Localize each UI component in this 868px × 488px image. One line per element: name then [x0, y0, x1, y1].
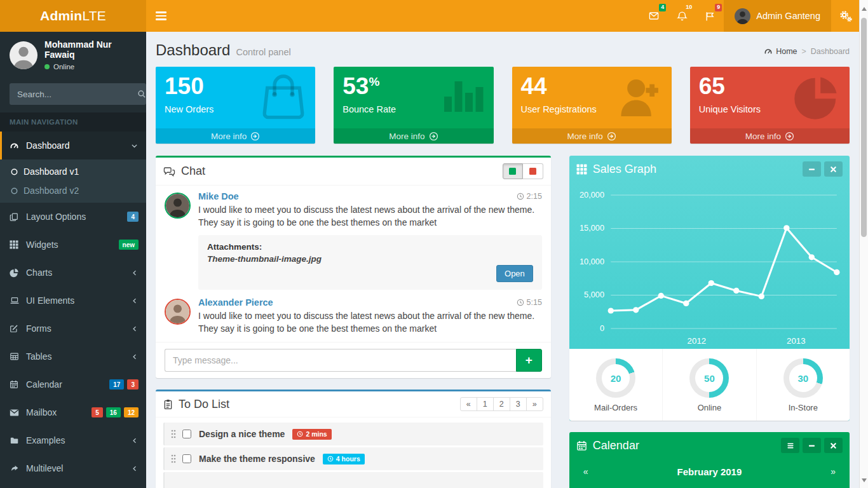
pagination-page-button[interactable]: 3: [510, 397, 527, 411]
knob-donut[interactable]: 30: [783, 358, 823, 398]
svg-text:15,000: 15,000: [580, 224, 604, 233]
clock-icon: [517, 193, 524, 200]
attachment-open-button[interactable]: Open: [496, 265, 533, 282]
collapse-button[interactable]: [803, 161, 821, 177]
chat-send-button[interactable]: +: [516, 349, 542, 372]
arrow-circle-right-icon: [250, 132, 260, 141]
edit-icon: [10, 324, 26, 333]
sidebar-item-tables[interactable]: Tables: [0, 342, 146, 370]
chat-offline-toggle-button[interactable]: [523, 163, 543, 179]
sidebar-item-multilevel[interactable]: Multilevel: [0, 454, 146, 482]
pagination-page-button[interactable]: 2: [493, 397, 510, 411]
close-button[interactable]: [824, 438, 843, 453]
scroll-down-arrow[interactable]: [860, 475, 868, 485]
chevron-left-icon: [131, 464, 139, 473]
red-square-icon: [529, 168, 536, 175]
sidebar-item-charts[interactable]: Charts: [0, 259, 146, 287]
navbar-right-menu: 4 10 9 Admin Ganteng: [640, 0, 859, 32]
more-info-link[interactable]: More info: [334, 128, 493, 144]
flag-icon: [705, 11, 715, 22]
bars-menu-button[interactable]: [781, 438, 799, 453]
scrollbar-thumb[interactable]: [861, 18, 867, 237]
more-info-link[interactable]: More info: [690, 128, 850, 144]
chat-message-author[interactable]: Alexander Pierce: [198, 297, 273, 308]
chevron-left-icon: [131, 297, 139, 305]
sidebar-search-input[interactable]: [10, 83, 137, 105]
more-info-link[interactable]: More info: [512, 128, 672, 144]
svg-text:20,000: 20,000: [580, 191, 604, 200]
sidebar-item-forms[interactable]: Forms: [0, 315, 146, 342]
chat-online-toggle-button[interactable]: [503, 163, 523, 179]
knob-donut[interactable]: 20: [596, 358, 635, 398]
sidebar-item-ui-elements[interactable]: UI Elements: [0, 287, 146, 315]
sales-box-tools: [803, 161, 843, 177]
knob-donut[interactable]: 50: [689, 358, 729, 398]
clock-icon: [297, 431, 303, 437]
sidebar-item-examples[interactable]: Examples: [0, 426, 146, 454]
chat-message-author[interactable]: Mike Doe: [198, 191, 239, 201]
sidebar-search-button[interactable]: [137, 83, 146, 105]
chat-message: Mike Doe 2:15 I would like to meet you t…: [165, 191, 542, 229]
sidebar-item-label: Dashboard v1: [24, 166, 79, 177]
sidebar-item-calendar[interactable]: Calendar 17 3: [0, 370, 146, 398]
th-icon: [576, 164, 587, 175]
user-menu-button[interactable]: Admin Ganteng: [724, 0, 831, 32]
todo-checkbox[interactable]: [182, 454, 191, 463]
sidebar-item-label: Calendar: [26, 379, 106, 390]
calendar-box: Calendar « February 2019 »: [569, 432, 850, 488]
badge: 3: [127, 379, 139, 390]
sidebar-item-label: UI Elements: [26, 295, 131, 306]
calendar-next-button[interactable]: »: [831, 466, 836, 477]
pagination-next-button[interactable]: »: [526, 397, 543, 411]
chat-message-input[interactable]: [165, 349, 516, 372]
drag-handle-icon[interactable]: [171, 430, 176, 438]
page-subtitle: Control panel: [236, 47, 290, 57]
sidebar-item-mailbox[interactable]: Mailbox 5 16 12: [0, 398, 146, 426]
sidebar-item-dashboard-v1[interactable]: Dashboard v1: [0, 162, 146, 181]
notifications-menu-button[interactable]: 10: [668, 0, 696, 32]
sidebar-item-layout-options[interactable]: Layout Options 4: [0, 203, 146, 231]
close-button[interactable]: [824, 161, 843, 177]
svg-text:0: 0: [600, 324, 604, 333]
chat-message-time: 2:15: [517, 192, 542, 201]
sidebar-item-dashboard-v2[interactable]: Dashboard v2: [0, 181, 146, 200]
vertical-scrollbar[interactable]: [859, 0, 868, 488]
attachment-heading: Attachments:: [207, 242, 533, 252]
messages-count-badge: 4: [659, 4, 666, 11]
brand-logo[interactable]: AdminLTE: [0, 0, 146, 32]
todo-box: To Do List « 1 2 3 » De: [156, 390, 551, 488]
attachment-filename: Theme-thumbnail-image.jpg: [207, 254, 533, 264]
collapse-button[interactable]: [803, 438, 821, 453]
knob-value: 20: [611, 373, 621, 384]
drag-handle-icon[interactable]: [171, 454, 176, 463]
sidebar-toggle-button[interactable]: [146, 0, 175, 32]
sidebar-item-label: Mailbox: [26, 407, 88, 417]
sidebar-item-label: Forms: [26, 323, 131, 334]
clock-icon: [517, 299, 524, 306]
breadcrumb-home-link[interactable]: Home: [764, 47, 797, 56]
table-icon: [10, 352, 26, 361]
sidebar-user-status[interactable]: Online: [44, 63, 137, 71]
todo-checkbox[interactable]: [182, 430, 191, 438]
sidebar-item-widgets[interactable]: Widgets new: [0, 231, 146, 259]
sidebar-item-dashboard[interactable]: Dashboard: [0, 132, 146, 159]
chevron-down-icon: [130, 142, 139, 150]
arrow-circle-right-icon: [607, 132, 616, 141]
gears-icon: [839, 10, 852, 22]
arrow-circle-right-icon: [429, 132, 438, 141]
pagination-page-button[interactable]: 1: [477, 397, 494, 411]
laptop-icon: [10, 296, 26, 305]
scroll-up-arrow[interactable]: [860, 4, 868, 14]
control-sidebar-button[interactable]: [831, 0, 859, 32]
info-box-unique-visitors: 65 Unique Visitors More info: [690, 67, 850, 144]
messages-menu-button[interactable]: 4: [640, 0, 668, 32]
content-wrapper: Dashboard Control panel Home > Dashboard…: [146, 32, 859, 488]
chat-user-avatar: [165, 299, 191, 325]
share-icon: [10, 464, 26, 473]
more-info-link[interactable]: More info: [156, 128, 315, 144]
notifications-count-badge: 10: [684, 4, 694, 11]
calendar-prev-button[interactable]: «: [583, 466, 588, 477]
pagination-prev-button[interactable]: «: [460, 397, 477, 411]
tasks-menu-button[interactable]: 9: [696, 0, 724, 32]
sidebar-user-panel: Mohammad Nur Fawaiq Online: [0, 32, 146, 78]
